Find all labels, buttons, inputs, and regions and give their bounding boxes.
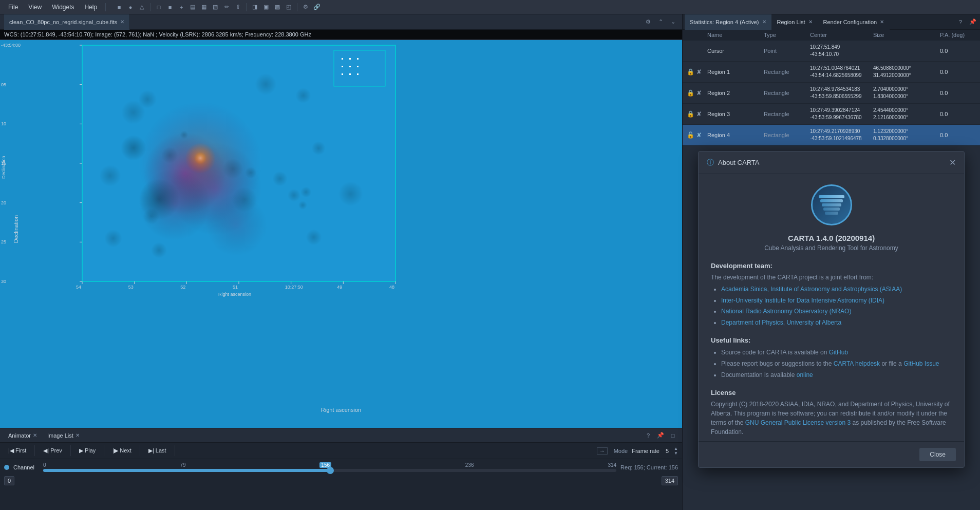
channel-slider[interactable] — [43, 469, 616, 472]
play-button[interactable]: ▶ Play — [71, 445, 104, 456]
rect-tool-icon[interactable]: ■ — [114, 2, 124, 12]
dev-link-3[interactable]: Department of Physics, University of Alb… — [721, 319, 841, 326]
gpl-link[interactable]: GNU General Public License version 3 — [745, 419, 851, 426]
next-button[interactable]: |▶ Next — [104, 445, 140, 456]
spectrum-icon[interactable]: ▧ — [210, 2, 220, 12]
stats-tab-close[interactable]: ✕ — [762, 19, 766, 25]
table-row[interactable]: 🔓 ✘ Region 4 Rectangle 10:27:49.21709289… — [683, 125, 980, 146]
histogram-icon[interactable]: ▦ — [199, 2, 209, 12]
prev-button[interactable]: ◀| Prev — [35, 445, 71, 456]
dev-link-1[interactable]: Inter-University Institute for Data Inte… — [721, 297, 884, 304]
about-overlay-container: ⓘ About CARTA ✕ — [683, 146, 980, 510]
select-tool[interactable]: □ — [154, 2, 164, 12]
table-row[interactable]: 🔒 ✘ Region 1 Rectangle 10:27:51.00487640… — [683, 62, 980, 83]
layers-icon[interactable]: ◨ — [250, 2, 260, 12]
circle-tool-icon[interactable]: ● — [125, 2, 136, 12]
image-list-tab-close[interactable]: ✕ — [76, 432, 80, 438]
transform-icon[interactable]: ✘ — [696, 131, 702, 139]
wcs-info-bar: WCS: (10:27:51.849, -43:54:10.70); Image… — [0, 30, 682, 39]
about-close-btn[interactable]: Close — [919, 448, 956, 461]
right-help-icon[interactable]: ? — [955, 17, 966, 27]
table-row[interactable]: 🔒 ✘ Region 2 Rectangle 10:27:48.97845341… — [683, 83, 980, 104]
channel-fill — [43, 469, 328, 472]
grid2-icon[interactable]: ▩ — [272, 2, 282, 12]
image-list-tab[interactable]: Image List ✕ — [43, 428, 84, 443]
helpdesk-link[interactable]: CARTA helpdesk — [834, 360, 880, 367]
play-label: Play — [85, 447, 96, 454]
animator-tab-label: Animator — [8, 432, 31, 439]
github-link[interactable]: GitHub — [829, 349, 848, 356]
animator-tab-close[interactable]: ✕ — [33, 432, 37, 438]
animator-tab[interactable]: Animator ✕ — [4, 428, 41, 443]
lock-icon[interactable]: 🔒 — [687, 110, 694, 118]
tab-icons: ⚙ ⌃ ⌄ — [643, 17, 678, 27]
dev-link-2[interactable]: National Radio Astronomy Observatory (NR… — [721, 308, 851, 315]
image-tab-close[interactable]: ✕ — [120, 19, 124, 25]
table-row[interactable]: 🔒 ✘ Region 3 Rectangle 10:27:49.39028471… — [683, 104, 980, 125]
dev-link-0[interactable]: Academia Sinica, Institute of Astronomy … — [721, 286, 902, 293]
region1-center: 10:27:51.0048764021 -43:54:14.6825658099 — [810, 65, 873, 79]
useful-links-section: Useful links: Source code for CARTA is a… — [711, 336, 952, 381]
useful-link-2-mid: or file a — [881, 360, 903, 367]
sep3 — [246, 3, 247, 11]
channel-thumb[interactable] — [327, 467, 334, 474]
right-pin-icon[interactable]: 📌 — [968, 17, 978, 27]
channel-min-box[interactable]: 0 — [4, 476, 14, 485]
transform-icon[interactable]: ✘ — [696, 110, 702, 118]
region-tab-close[interactable]: ✕ — [808, 19, 813, 25]
render-tab-close[interactable]: ✕ — [880, 19, 884, 25]
image-tab[interactable]: clean_CO_80pc_no_regrid.signal_cube.fits… — [4, 14, 130, 30]
menu-help[interactable]: Help — [81, 3, 102, 12]
pan-tool[interactable]: ■ — [165, 2, 175, 12]
region-list-tab[interactable]: Region List ✕ — [772, 14, 818, 30]
menu-widgets[interactable]: Widgets — [48, 3, 78, 12]
chevron-down-icon[interactable]: ⌄ — [668, 17, 678, 27]
about-body: CARTA 1.4.0 (20200914) Cube Analysis and… — [699, 174, 964, 441]
image-list-tab-label: Image List — [47, 432, 73, 439]
frame-rate-up[interactable]: ▲ — [674, 446, 678, 451]
image-viewer[interactable]: WCS: (10:27:51.849, -43:54:10.70); Image… — [0, 30, 682, 428]
link-icon[interactable]: 🔗 — [312, 2, 322, 12]
frame-rate-down[interactable]: ▼ — [674, 451, 678, 456]
settings-icon[interactable]: ⚙ — [300, 2, 311, 12]
col-pa: P.A. (deg) — [940, 32, 976, 38]
astronomy-canvas[interactable] — [0, 40, 682, 428]
help-icon[interactable]: ? — [643, 430, 653, 441]
pin-icon[interactable]: 📌 — [655, 430, 666, 441]
menu-view[interactable]: View — [24, 3, 46, 12]
expand-icon[interactable]: □ — [668, 430, 678, 441]
settings-tab-icon[interactable]: ⚙ — [643, 17, 653, 27]
table-row[interactable]: Cursor Point 10:27:51.849 -43:54:10.70 0… — [683, 41, 980, 62]
chevron-up-icon[interactable]: ⌃ — [655, 17, 666, 27]
about-close-button[interactable]: ✕ — [949, 158, 956, 167]
last-button[interactable]: ▶| Last — [140, 445, 175, 456]
polygon-tool-icon[interactable]: △ — [137, 2, 147, 12]
about-header: ⓘ About CARTA ✕ — [699, 152, 964, 174]
transform-icon[interactable]: ✘ — [696, 68, 702, 75]
region2-name: Region 2 — [707, 90, 764, 96]
last-icon: ▶| — [148, 447, 154, 454]
region2-size: 2.7040000000° 1.8304000000° — [873, 86, 940, 100]
channel-max-box[interactable]: 314 — [662, 476, 678, 485]
cursor-icon[interactable]: ⇧ — [233, 2, 243, 12]
edit-icon[interactable]: ✏ — [221, 2, 232, 12]
col-head-empty — [687, 32, 707, 38]
transform-icon[interactable]: ✘ — [696, 89, 702, 97]
lock-icon[interactable]: 🔓 — [687, 131, 694, 139]
docs-online-link[interactable]: online — [797, 371, 813, 379]
contour-icon[interactable]: ◰ — [284, 2, 294, 12]
stats-icon[interactable]: ▤ — [187, 2, 198, 12]
lock-icon[interactable]: 🔒 — [687, 89, 694, 97]
menu-file[interactable]: File — [4, 3, 22, 12]
zoom-tool[interactable]: + — [176, 2, 186, 12]
statistics-tab[interactable]: Statistics: Region 4 (Active) ✕ — [685, 14, 772, 30]
github-issue-link[interactable]: GitHub Issue — [903, 360, 939, 367]
about-dialog[interactable]: ⓘ About CARTA ✕ — [698, 151, 965, 468]
grid-icon[interactable]: ▣ — [261, 2, 271, 12]
license-title: License — [711, 389, 952, 396]
render-config-tab[interactable]: Render Configuration ✕ — [818, 14, 890, 30]
lock-icon[interactable]: 🔒 — [687, 68, 694, 75]
region4-size: 1.1232000000° 0.3328000000° — [873, 128, 940, 142]
first-button[interactable]: |◀ First — [0, 445, 35, 456]
region-list-tab-label: Region List — [777, 19, 805, 25]
